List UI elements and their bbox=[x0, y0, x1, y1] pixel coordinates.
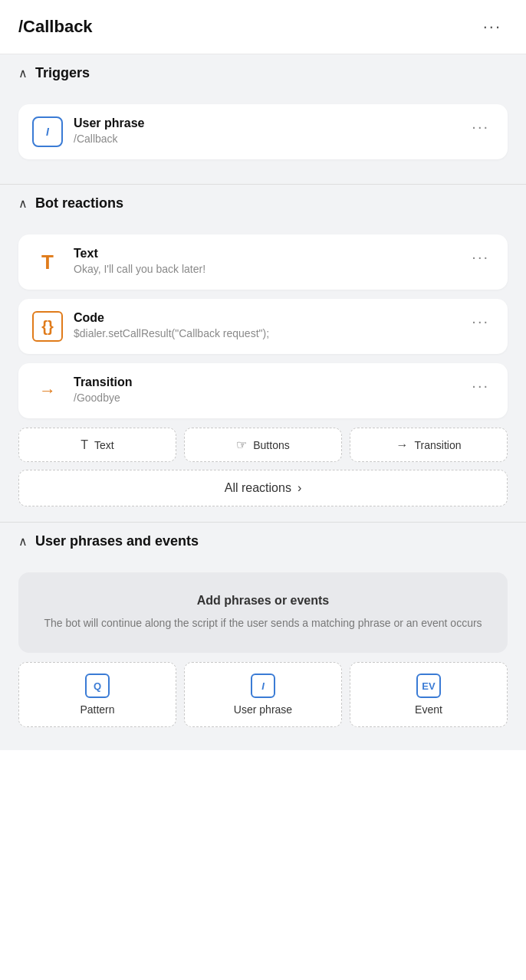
user-phrase-icon: I bbox=[32, 116, 63, 147]
user-phrase-card-subtitle: /Callback bbox=[74, 133, 456, 145]
all-reactions-button[interactable]: All reactions › bbox=[18, 470, 508, 506]
user-phrases-chevron-icon: ∧ bbox=[18, 534, 28, 549]
event-btn-label: Event bbox=[415, 703, 442, 716]
text-reaction-card-content: Text Okay, I'll call you back later! bbox=[74, 247, 456, 275]
add-buttons-button[interactable]: ☞ Buttons bbox=[184, 428, 342, 462]
text-btn-icon: T bbox=[81, 438, 88, 452]
transition-reaction-menu-button[interactable]: ··· bbox=[467, 375, 494, 396]
add-phrases-title: Add phrases or events bbox=[37, 594, 489, 608]
phrase-action-row: Q Pattern I User phrase EV Event bbox=[18, 662, 508, 727]
user-phrase-card-title: User phrase bbox=[74, 116, 456, 130]
add-pattern-button[interactable]: Q Pattern bbox=[18, 662, 176, 727]
text-btn-label: Text bbox=[94, 439, 114, 451]
reaction-action-row: T Text ☞ Buttons → Transition bbox=[18, 428, 508, 462]
triggers-content: I User phrase /Callback ··· bbox=[0, 92, 526, 184]
user-phrase-icon-btn: I bbox=[251, 674, 275, 698]
user-phrase-btn-label: User phrase bbox=[234, 703, 292, 716]
bot-reactions-section-header: ∧ Bot reactions bbox=[0, 185, 526, 222]
user-phrases-section-header: ∧ User phrases and events bbox=[0, 523, 526, 560]
event-icon: EV bbox=[416, 674, 441, 698]
triggers-section-title: Triggers bbox=[35, 65, 90, 81]
code-reaction-card-title: Code bbox=[74, 311, 456, 325]
transition-btn-icon: → bbox=[396, 438, 409, 452]
transition-reaction-card: → Transition /Goodbye ··· bbox=[18, 363, 508, 418]
bot-reactions-chevron-icon: ∧ bbox=[18, 196, 28, 211]
all-reactions-label: All reactions bbox=[225, 481, 291, 495]
transition-reaction-icon: → bbox=[32, 375, 63, 406]
code-reaction-card-content: Code $dialer.setCallResult("Callback req… bbox=[74, 311, 456, 339]
text-reaction-card: T Text Okay, I'll call you back later! ·… bbox=[18, 234, 508, 290]
triggers-section-header: ∧ Triggers bbox=[0, 54, 526, 92]
buttons-btn-label: Buttons bbox=[253, 439, 289, 451]
code-reaction-card-subtitle: $dialer.setCallResult("Callback request"… bbox=[74, 327, 456, 339]
bot-reactions-section-title: Bot reactions bbox=[35, 195, 123, 211]
header: /Callback ··· bbox=[0, 0, 526, 54]
text-reaction-card-title: Text bbox=[74, 247, 456, 261]
pattern-icon: Q bbox=[85, 674, 110, 698]
pattern-btn-label: Pattern bbox=[80, 703, 114, 716]
code-reaction-card: {} Code $dialer.setCallResult("Callback … bbox=[18, 299, 508, 354]
buttons-btn-icon: ☞ bbox=[236, 438, 247, 452]
code-reaction-menu-button[interactable]: ··· bbox=[467, 311, 494, 332]
all-reactions-chevron: › bbox=[298, 481, 301, 495]
triggers-chevron-icon: ∧ bbox=[18, 66, 28, 80]
header-menu-button[interactable]: ··· bbox=[477, 14, 508, 40]
add-text-button[interactable]: T Text bbox=[18, 428, 176, 462]
bot-reactions-content: T Text Okay, I'll call you back later! ·… bbox=[0, 222, 526, 522]
transition-reaction-card-subtitle: /Goodbye bbox=[74, 392, 456, 404]
user-phrase-card-menu-button[interactable]: ··· bbox=[467, 116, 494, 137]
add-phrases-card: Add phrases or events The bot will conti… bbox=[18, 572, 508, 653]
text-reaction-menu-button[interactable]: ··· bbox=[467, 247, 494, 267]
user-phrases-section-title: User phrases and events bbox=[35, 533, 199, 549]
transition-reaction-card-content: Transition /Goodbye bbox=[74, 375, 456, 404]
add-transition-button[interactable]: → Transition bbox=[350, 428, 508, 462]
user-phrases-content: Add phrases or events The bot will conti… bbox=[0, 560, 526, 750]
page-title: /Callback bbox=[18, 17, 93, 37]
user-phrase-card: I User phrase /Callback ··· bbox=[18, 104, 508, 159]
user-phrase-card-content: User phrase /Callback bbox=[74, 116, 456, 145]
transition-btn-label: Transition bbox=[415, 439, 462, 451]
transition-reaction-card-title: Transition bbox=[74, 375, 456, 389]
add-event-button[interactable]: EV Event bbox=[350, 662, 508, 727]
code-reaction-icon: {} bbox=[32, 311, 63, 342]
add-phrases-description: The bot will continue along the script i… bbox=[37, 615, 489, 631]
text-reaction-card-subtitle: Okay, I'll call you back later! bbox=[74, 263, 456, 275]
add-user-phrase-button[interactable]: I User phrase bbox=[184, 662, 342, 727]
text-reaction-icon: T bbox=[32, 247, 63, 277]
